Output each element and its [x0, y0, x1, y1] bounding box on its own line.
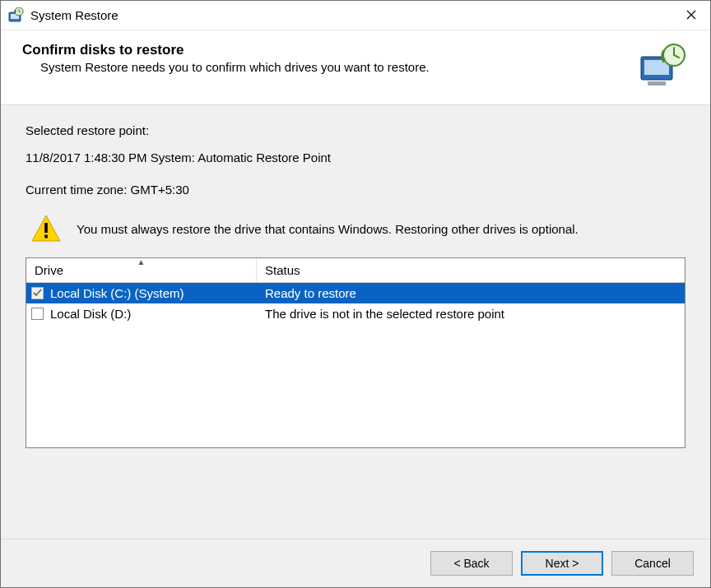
table-row[interactable]: Local Disk (C:) (System) Ready to restor… [26, 283, 685, 303]
next-button[interactable]: Next > [521, 551, 603, 576]
svg-rect-9 [44, 223, 48, 233]
titlebar: System Restore [1, 1, 710, 30]
drives-table: Drive ▲ Status Local Disk (C:) (System) … [26, 257, 685, 448]
page-heading: Confirm disks to restore [22, 42, 628, 58]
back-button[interactable]: < Back [430, 551, 513, 576]
selected-restore-point-label: Selected restore point: [26, 123, 685, 137]
cancel-button[interactable]: Cancel [611, 551, 694, 576]
wizard-body: Selected restore point: 11/8/2017 1:48:3… [1, 104, 710, 539]
column-header-drive-label: Drive [35, 263, 63, 277]
timezone-label: Current time zone: GMT+5:30 [26, 183, 685, 197]
selected-restore-point-value: 11/8/2017 1:48:30 PM System: Automatic R… [26, 150, 685, 164]
system-restore-icon [7, 7, 24, 24]
system-restore-window: System Restore Confirm disks to restore … [0, 0, 711, 588]
drive-checkbox [31, 287, 44, 299]
drive-checkbox[interactable] [31, 308, 44, 320]
drive-name: Local Disk (D:) [49, 303, 134, 324]
warning-row: You must always restore the drive that c… [26, 213, 685, 244]
warning-icon [30, 213, 62, 244]
column-header-drive[interactable]: Drive ▲ [26, 258, 257, 282]
wizard-header: Confirm disks to restore System Restore … [1, 30, 710, 104]
restore-illustration-icon [636, 42, 689, 88]
warning-text: You must always restore the drive that c… [77, 222, 579, 236]
column-header-status[interactable]: Status [257, 258, 685, 282]
wizard-footer: < Back Next > Cancel [1, 539, 710, 587]
svg-rect-5 [648, 81, 666, 86]
close-button[interactable] [672, 1, 710, 30]
close-icon [686, 7, 696, 24]
drive-status: Ready to restore [257, 283, 685, 303]
sort-indicator-icon: ▲ [137, 257, 146, 266]
column-header-status-label: Status [265, 263, 300, 277]
window-title: System Restore [30, 8, 672, 22]
table-row[interactable]: Local Disk (D:) The drive is not in the … [26, 303, 685, 324]
svg-rect-10 [44, 235, 48, 238]
drive-status: The drive is not in the selected restore… [257, 303, 685, 324]
drive-name: Local Disk (C:) (System) [49, 283, 188, 303]
table-body: Local Disk (C:) (System) Ready to restor… [26, 283, 685, 447]
page-subheading: System Restore needs you to confirm whic… [40, 60, 628, 74]
table-header: Drive ▲ Status [26, 258, 685, 283]
